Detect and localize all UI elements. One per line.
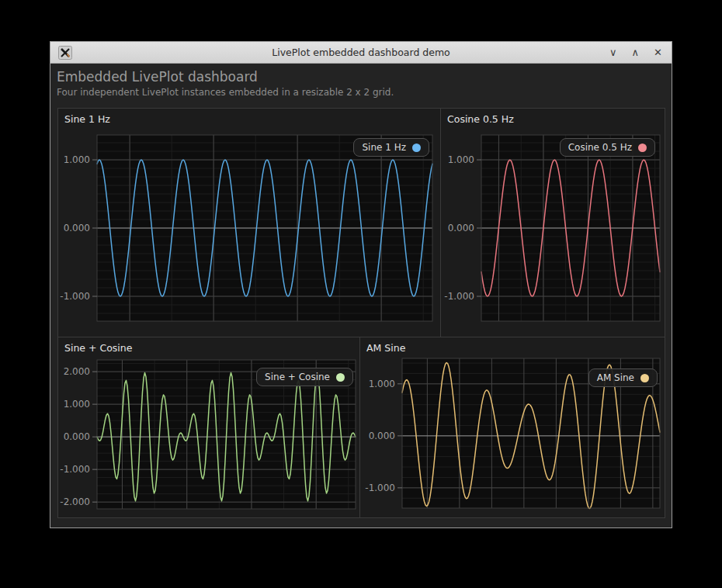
maximize-button[interactable]: ∧: [630, 46, 641, 60]
svg-text:0.000: 0.000: [64, 431, 90, 442]
legend[interactable]: Sine + Cosine: [256, 368, 353, 386]
window-content: Embedded LivePlot dashboard Four indepen…: [50, 64, 672, 527]
minimize-button[interactable]: ∨: [608, 46, 619, 60]
panel-title: Cosine 0.5 Hz: [447, 113, 514, 125]
legend-label: Sine + Cosine: [265, 372, 330, 382]
panel-title: AM Sine: [366, 342, 405, 354]
svg-text:0.000: 0.000: [448, 223, 474, 233]
legend[interactable]: Sine 1 Hz: [353, 138, 429, 157]
legend-label: AM Sine: [597, 372, 634, 383]
close-button[interactable]: ✕: [652, 46, 664, 60]
svg-text:2.000: 2.000: [64, 366, 90, 377]
panel-sine-1hz: Sine 1 Hz 1.0000.000-1.000 Sine 1 Hz: [58, 109, 441, 337]
svg-text:-1.000: -1.000: [60, 291, 90, 302]
panel-sine-plus-cosine: Sine + Cosine 2.0001.0000.000-1.000-2.00…: [58, 337, 360, 517]
legend-marker-icon: [412, 144, 421, 152]
panel-cosine-05hz: Cosine 0.5 Hz 1.0000.000-1.000 Cosine 0.…: [441, 109, 665, 337]
x11-logo-icon[interactable]: [58, 46, 72, 60]
chart-canvas[interactable]: 2.0001.0000.000-1.000-2.000: [58, 337, 359, 517]
svg-text:1.000: 1.000: [448, 154, 474, 165]
panel-am-sine: AM Sine 1.0000.000-1.000 AM Sine: [360, 337, 665, 517]
page-subtitle: Four independent LivePlot instances embe…: [57, 87, 394, 98]
svg-text:-1.000: -1.000: [60, 464, 90, 475]
dashboard-frame: Sine 1 Hz 1.0000.000-1.000 Sine 1 Hz Cos…: [57, 108, 665, 518]
svg-text:-1.000: -1.000: [444, 291, 474, 302]
splitter-handle-horizontal[interactable]: [58, 334, 665, 339]
chart-canvas[interactable]: 1.0000.000-1.000: [360, 337, 665, 517]
svg-text:-1.000: -1.000: [365, 483, 395, 493]
legend-marker-icon: [336, 373, 345, 382]
legend-label: Cosine 0.5 Hz: [568, 142, 632, 153]
legend[interactable]: Cosine 0.5 Hz: [560, 138, 655, 157]
panel-title: Sine + Cosine: [64, 342, 132, 354]
svg-text:1.000: 1.000: [64, 154, 90, 165]
dashboard-header: Embedded LivePlot dashboard Four indepen…: [57, 69, 394, 98]
window-controls: ∨ ∧ ✕: [608, 46, 664, 60]
svg-text:1.000: 1.000: [64, 399, 90, 410]
app-window: LivePlot embedded dashboard demo ∨ ∧ ✕ E…: [50, 41, 672, 528]
legend-marker-icon: [640, 374, 649, 382]
splitter-handle-top[interactable]: [439, 109, 443, 337]
svg-text:1.000: 1.000: [369, 379, 395, 389]
svg-text:-2.000: -2.000: [60, 496, 90, 507]
titlebar[interactable]: LivePlot embedded dashboard demo ∨ ∧ ✕: [50, 42, 672, 64]
grid-row-top: Sine 1 Hz 1.0000.000-1.000 Sine 1 Hz Cos…: [58, 109, 665, 337]
legend-label: Sine 1 Hz: [362, 142, 406, 153]
panel-title: Sine 1 Hz: [64, 113, 110, 125]
legend[interactable]: AM Sine: [588, 368, 658, 387]
window-title: LivePlot embedded dashboard demo: [50, 47, 672, 58]
legend-marker-icon: [638, 144, 647, 152]
svg-text:0.000: 0.000: [369, 431, 395, 441]
splitter-handle-bottom[interactable]: [358, 337, 363, 517]
page-title: Embedded LivePlot dashboard: [57, 69, 394, 85]
svg-text:0.000: 0.000: [64, 223, 90, 233]
